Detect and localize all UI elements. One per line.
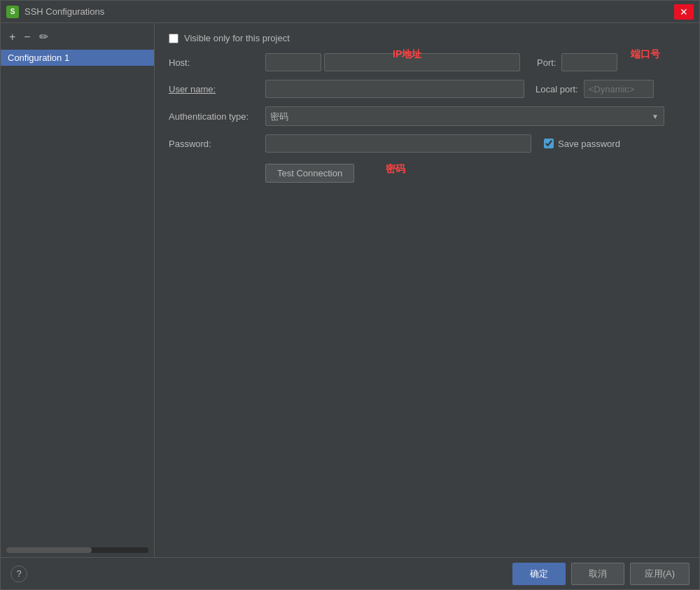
username-label: User name: [169,84,260,94]
close-button[interactable]: ✕ [674,4,694,20]
local-port-section: Local port: [536,80,654,98]
title-bar: S SSH Configurations ✕ [1,1,699,23]
sidebar-toolbar: + − ✏ [1,27,154,50]
title-bar-left: S SSH Configurations [6,6,104,18]
remove-button[interactable]: − [21,30,33,44]
host-ip-input[interactable] [265,53,321,71]
cancel-button[interactable]: 取消 [571,563,624,585]
edit-button[interactable]: ✏ [36,30,51,44]
save-password-section: Save password [544,139,620,149]
sidebar-item[interactable]: Configuration 1 [1,50,154,66]
auth-type-wrapper: 密码 Key pair OpenSSH config and authentic… [265,106,664,126]
port-label: Port: [537,57,556,68]
local-port-label: Local port: [536,84,578,94]
password-row: Password: Save password [169,134,685,153]
username-input[interactable] [265,80,524,98]
bottom-right-buttons: 确定 取消 应用(A) [512,563,690,585]
visible-only-label: Visible only for this project [184,33,290,43]
sidebar-scrollbar-track [6,547,148,553]
username-row: User name: Local port: [169,80,685,98]
save-password-label: Save password [558,139,620,149]
window-title: SSH Configurations [24,6,104,17]
ssh-configurations-window: S SSH Configurations ✕ + − ✏ Configurati… [0,0,700,590]
password-label: Password: [169,139,260,149]
add-button[interactable]: + [6,30,18,44]
port-input[interactable] [561,53,617,71]
test-connection-row: Test Connection [265,161,685,183]
bottom-bar: ? 确定 取消 应用(A) [1,557,699,589]
main-content: + − ✏ Configuration 1 IP地址 端口号 用户名 密码 Vi… [1,23,699,557]
auth-type-label: Authentication type: [169,111,260,122]
visible-only-row: Visible only for this project [169,33,685,43]
right-panel: IP地址 端口号 用户名 密码 Visible only for this pr… [155,23,699,557]
password-input[interactable] [265,134,531,153]
port-section: Port: [537,53,617,71]
app-icon: S [6,6,19,18]
host-name-input[interactable] [324,53,520,71]
host-fields [265,53,520,71]
visible-only-checkbox[interactable] [169,34,178,43]
apply-button[interactable]: 应用(A) [630,563,690,585]
auth-type-row: Authentication type: 密码 Key pair OpenSSH… [169,106,685,126]
auth-type-select[interactable]: 密码 Key pair OpenSSH config and authentic… [265,106,664,126]
host-row: Host: Port: [169,53,685,71]
test-connection-button[interactable]: Test Connection [265,164,354,183]
local-port-input[interactable] [584,80,654,98]
sidebar-item-list: Configuration 1 [1,50,154,543]
sidebar-scrollbar-thumb [6,547,92,553]
save-password-checkbox[interactable] [544,139,554,148]
confirm-button[interactable]: 确定 [512,563,566,585]
help-button[interactable]: ? [10,566,27,582]
sidebar: + − ✏ Configuration 1 [1,23,155,557]
host-label: Host: [169,57,260,68]
